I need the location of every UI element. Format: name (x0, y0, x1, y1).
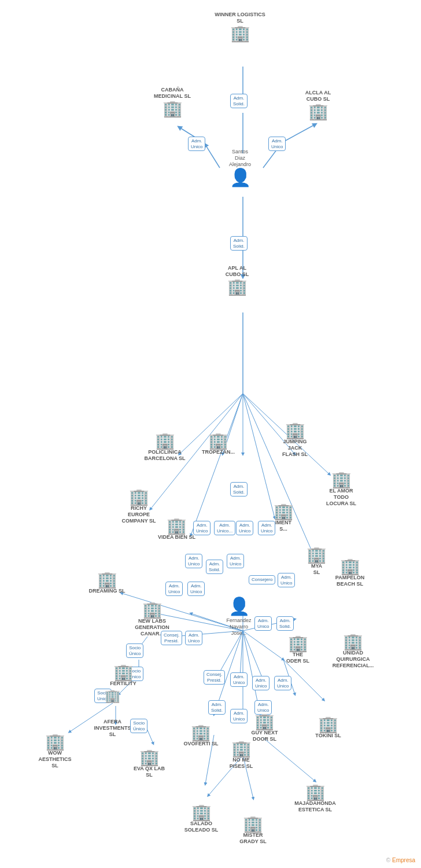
building-icon-unidadquirurgica: 🏢 (328, 634, 378, 650)
company-ovoferti[interactable]: 🏢 OVOFERTI SL (179, 724, 223, 748)
role-adm-unico-cabana[interactable]: Adm.Unico (188, 137, 205, 151)
company-policlinica[interactable]: 🏢 POLICLINICABARCELONA SL (139, 433, 191, 463)
company-iment[interactable]: 🏢 IMENTS... (263, 503, 304, 534)
building-icon-apl: 🏢 (211, 279, 263, 295)
role-adm-solid-fern2[interactable]: Adm.Solid. (276, 616, 294, 631)
role-adm-solid-apl-bottom[interactable]: Adm.Solid. (230, 482, 248, 496)
company-elamor[interactable]: 🏢 EL AMORTODOLOCURA SL (318, 472, 364, 507)
building-icon-elamor: 🏢 (318, 472, 364, 488)
svg-line-16 (243, 393, 275, 518)
person-santos[interactable]: SantosDiazAlejandro 👤 (214, 148, 266, 187)
building-icon-richy: 🏢 (113, 489, 165, 505)
building-icon-majadahonda: 🏢 (289, 784, 341, 800)
building-icon-mistergrady: 🏢 (231, 816, 275, 832)
building-icon-guynext: 🏢 (243, 713, 286, 730)
svg-line-5 (283, 124, 315, 142)
building-icon-winner: 🏢 (214, 25, 266, 42)
building-icon-videabien: 🏢 (155, 518, 198, 534)
company-guynext[interactable]: 🏢 GUY NEXTDOOR SL (243, 713, 286, 744)
building-icon-wow: 🏢 (32, 734, 78, 750)
role-adm-unico-dreaming[interactable]: Adm.Unico (165, 582, 183, 596)
empresa-brand: Empresa (392, 857, 415, 863)
person-icon-santos: 👤 (214, 167, 266, 187)
svg-line-32 (263, 738, 315, 781)
svg-line-17 (243, 393, 316, 561)
role-socio-unico4[interactable]: SocioÚnico (130, 719, 147, 733)
building-icon-salado: 🏢 (178, 804, 224, 821)
company-nomepises[interactable]: 🏢 NO MEPISES SL (221, 741, 261, 771)
building-icon-newlabs: 🏢 (126, 602, 178, 618)
company-tokini[interactable]: 🏢 TOKINI SL (309, 716, 347, 740)
role-adm-solid-mid[interactable]: Adm.Solid. (230, 236, 248, 251)
role-consej-presid1[interactable]: Consej.Presid. (161, 631, 182, 645)
company-evaqx[interactable]: 🏢 EVA QX LABSL (126, 749, 172, 779)
company-winner[interactable]: WINNER LOGISTICS SL 🏢 (214, 12, 266, 42)
role-adm-unico-r13[interactable]: Adm.Unico (278, 573, 295, 587)
company-jumping[interactable]: 🏢 JUMPINGJACKFLASH SL (272, 422, 318, 458)
company-cabana[interactable]: CABAÑAMEDICINAL SL 🏢 (149, 87, 195, 117)
company-alcla[interactable]: ALCLA ALCUBO SL 🏢 (295, 90, 341, 120)
company-fertility[interactable]: 🏢 FERTILITY (103, 664, 143, 688)
copyright: © Empresa (386, 857, 415, 863)
company-theoder[interactable]: 🏢 THEODER SL (278, 635, 318, 665)
svg-line-23 (240, 631, 243, 677)
building-icon-policlinica: 🏢 (139, 433, 191, 449)
role-adm-unico-r10[interactable]: Adm.Unico (185, 554, 202, 568)
building-icon-tropezar: 🏢 (197, 433, 240, 449)
building-icon-alcla: 🏢 (295, 104, 341, 120)
building-icon-tokini: 🏢 (309, 716, 347, 733)
role-consejero[interactable]: Consejero (249, 573, 275, 584)
company-mistergrady[interactable]: 🏢 MISTERGRADY SL (231, 816, 275, 846)
role-adm-unico-lower2[interactable]: Adm.Unico (252, 676, 269, 690)
role-adm-solid-top[interactable]: Adm.Solid. (230, 94, 248, 108)
role-adm-unico-lower1[interactable]: Adm.Unico (230, 672, 248, 687)
building-icon-cabana: 🏢 (149, 101, 195, 117)
role-adm-unico-dreaming2[interactable]: Adm.Unico (187, 582, 205, 596)
company-majadahonda[interactable]: 🏢 MAJADAHONDAESTETICA SL (289, 784, 341, 814)
company-videabien[interactable]: 🏢 VIDEA BIEN SL (155, 518, 198, 542)
role-adm-solid-r11[interactable]: Adm.Solid. (206, 560, 223, 574)
building-icon-iment: 🏢 (263, 503, 304, 520)
company-apl[interactable]: APL ALCUBO SL 🏢 (211, 265, 263, 295)
building-icon-jumping: 🏢 (272, 422, 318, 439)
building-icon-afera: 🏢 (88, 690, 137, 703)
building-icon-pampelon: 🏢 (327, 558, 373, 575)
role-adm-unico-r12[interactable]: Adm.Unico (227, 554, 244, 568)
company-wow[interactable]: 🏢 WOWAESTHETICSSL (32, 734, 78, 770)
role-adm-unico-lower3[interactable]: Adm.Unico (274, 676, 291, 690)
person-icon-fernandez: 👤 (213, 596, 265, 616)
company-tropezar[interactable]: 🏢 TROPEZAN... (197, 433, 240, 457)
company-dreaming[interactable]: 🏢 DREAMING SL (84, 572, 130, 595)
diagram-container: WINNER LOGISTICS SL 🏢 Adm.Solid. CABAÑAM… (0, 0, 421, 868)
role-adm-unico-r7[interactable]: Adm.Unico... (214, 521, 235, 535)
company-pampelon[interactable]: 🏢 PAMPELONBEACH SL (327, 558, 373, 589)
building-icon-ovoferti: 🏢 (179, 724, 223, 741)
role-adm-unico-r8[interactable]: Adm.Unico (236, 521, 253, 535)
role-adm-unico-fern3[interactable]: Adm.Unico (185, 631, 202, 645)
role-socio-unico1[interactable]: SocioÚnico (126, 643, 143, 658)
building-icon-theoder: 🏢 (278, 635, 318, 652)
role-adm-solid-lower[interactable]: Adm.Solid. (208, 700, 226, 715)
building-icon-dreaming: 🏢 (84, 572, 130, 588)
company-unidadquirurgica[interactable]: 🏢 UNIDADQUIRURGICAREFERENCIAL... (328, 634, 378, 670)
company-salado[interactable]: 🏢 SALADOSOLEADO SL (178, 804, 224, 834)
building-icon-evaqx: 🏢 (126, 749, 172, 766)
svg-line-15 (191, 393, 243, 535)
building-icon-fertility: 🏢 (103, 664, 143, 681)
role-adm-unico-alcla[interactable]: Adm.Unico (268, 137, 286, 151)
role-consej-presid2[interactable]: Consej.Presid. (204, 670, 225, 685)
role-adm-unico-fern1[interactable]: Adm.Unico (254, 616, 272, 631)
